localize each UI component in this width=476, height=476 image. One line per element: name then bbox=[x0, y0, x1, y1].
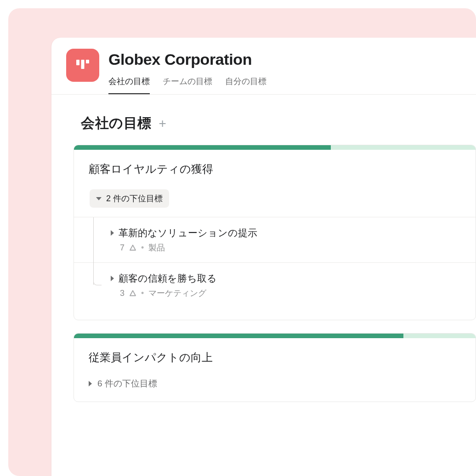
goal-title: 顧客ロイヤルティの獲得 bbox=[89, 162, 461, 176]
header-top: Globex Corporation 会社の目標 チームの目標 自分の目標 bbox=[66, 49, 461, 94]
section-title: 会社の目標 bbox=[81, 114, 152, 133]
header: Globex Corporation 会社の目標 チームの目標 自分の目標 bbox=[51, 38, 476, 95]
section-header: 会社の目標 + bbox=[74, 114, 476, 133]
progress-bar bbox=[74, 334, 476, 338]
subgoal-title: 顧客の信頼を勝ち取る bbox=[119, 272, 217, 285]
subgoal-toggle-label: 2 件の下位目標 bbox=[106, 193, 163, 204]
svg-rect-0 bbox=[76, 60, 79, 65]
subgoal-team: 製品 bbox=[148, 242, 165, 253]
chevron-down-icon bbox=[96, 197, 102, 200]
add-goal-button[interactable]: + bbox=[159, 116, 166, 131]
subgoal-meta: 3 • マーケティング bbox=[120, 288, 461, 299]
separator-dot: • bbox=[141, 243, 144, 253]
subgoal-meta: 7 • 製品 bbox=[120, 242, 461, 253]
subgoal-row[interactable]: 顧客の信頼を勝ち取る 3 • マーケティング bbox=[74, 262, 476, 308]
page-title: Globex Corporation bbox=[108, 51, 461, 68]
svg-rect-1 bbox=[81, 60, 85, 69]
subgoal-title: 革新的なソリューションの提示 bbox=[119, 227, 257, 239]
tab-my-goals[interactable]: 自分の目標 bbox=[225, 76, 266, 94]
goal-body: 従業員インパクトの向上 6 件の下位目標 bbox=[74, 338, 476, 402]
separator-dot: • bbox=[141, 289, 144, 298]
shape-icon bbox=[129, 290, 136, 297]
subgoal-count: 7 bbox=[120, 243, 125, 253]
outer-frame: Globex Corporation 会社の目標 チームの目標 自分の目標 会社… bbox=[8, 8, 476, 476]
tab-company-goals[interactable]: 会社の目標 bbox=[108, 76, 150, 94]
header-text: Globex Corporation 会社の目標 チームの目標 自分の目標 bbox=[108, 49, 461, 94]
chevron-right-icon bbox=[89, 381, 92, 386]
chevron-right-icon[interactable] bbox=[111, 276, 114, 281]
app-window: Globex Corporation 会社の目標 チームの目標 自分の目標 会社… bbox=[51, 38, 476, 476]
subgoal-toggle-label: 6 件の下位目標 bbox=[97, 378, 157, 390]
kanban-icon bbox=[74, 57, 91, 74]
subgoal-team: マーケティング bbox=[148, 288, 206, 299]
subgoal-row[interactable]: 革新的なソリューションの提示 7 • 製品 bbox=[74, 217, 476, 262]
subgoal-toggle-expanded[interactable]: 2 件の下位目標 bbox=[90, 189, 169, 208]
progress-fill bbox=[74, 145, 331, 150]
goal-card[interactable]: 従業員インパクトの向上 6 件の下位目標 bbox=[74, 333, 476, 402]
content: 会社の目標 + 顧客ロイヤルティの獲得 2 件の下位目標 bbox=[51, 95, 476, 402]
svg-rect-2 bbox=[86, 60, 89, 63]
subgoal-count: 3 bbox=[120, 289, 125, 298]
chevron-right-icon[interactable] bbox=[111, 230, 114, 236]
goal-card[interactable]: 顧客ロイヤルティの獲得 2 件の下位目標 革新的なソリューションの提示 bbox=[74, 145, 476, 320]
progress-fill bbox=[74, 334, 403, 338]
tabs: 会社の目標 チームの目標 自分の目標 bbox=[108, 76, 461, 94]
shape-icon bbox=[129, 244, 136, 251]
tree-connector-vertical bbox=[93, 245, 102, 278]
goal-body: 顧客ロイヤルティの獲得 2 件の下位目標 革新的なソリューションの提示 bbox=[74, 150, 476, 320]
goal-title: 従業員インパクトの向上 bbox=[89, 350, 461, 365]
subgoals-list: 革新的なソリューションの提示 7 • 製品 bbox=[89, 217, 461, 308]
progress-bar bbox=[74, 145, 476, 150]
subgoal-toggle-collapsed[interactable]: 6 件の下位目標 bbox=[89, 378, 461, 390]
app-logo bbox=[66, 49, 99, 82]
tab-team-goals[interactable]: チームの目標 bbox=[163, 76, 212, 94]
subgoal-header: 革新的なソリューションの提示 bbox=[111, 227, 461, 239]
subgoal-header: 顧客の信頼を勝ち取る bbox=[111, 272, 461, 285]
